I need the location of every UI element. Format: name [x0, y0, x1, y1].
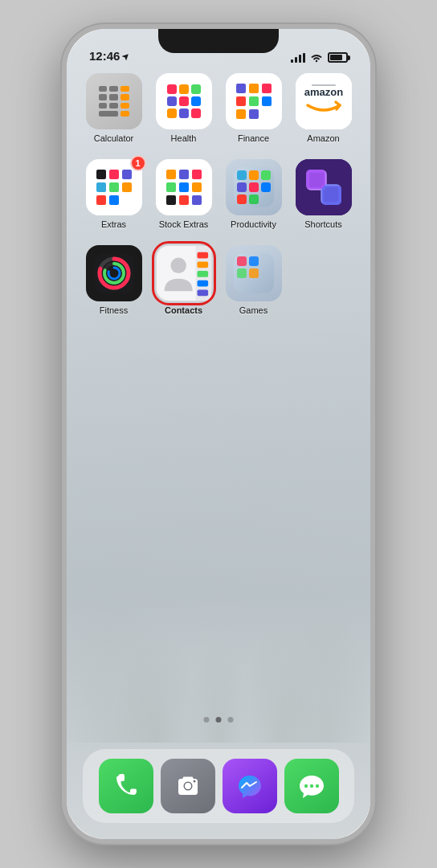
svg-rect-73 [237, 268, 247, 278]
svg-rect-23 [96, 170, 106, 179]
games-icon [226, 245, 282, 301]
health-icon [156, 73, 212, 129]
svg-point-81 [315, 784, 318, 788]
svg-rect-19 [296, 73, 352, 129]
svg-rect-36 [179, 182, 189, 192]
phone-screen: 12:46 [67, 29, 370, 839]
svg-text:amazon: amazon [304, 86, 342, 98]
svg-rect-17 [236, 109, 246, 119]
svg-rect-9 [191, 108, 201, 118]
amazon-icon: amazon [296, 73, 352, 129]
phone-app-icon [99, 759, 153, 813]
svg-rect-33 [179, 170, 189, 179]
messages-app-icon [284, 759, 339, 813]
svg-rect-46 [249, 182, 259, 192]
svg-rect-68 [197, 289, 208, 296]
phone-frame: 12:46 [62, 24, 375, 844]
app-fitness[interactable]: Fitness [83, 245, 145, 315]
svg-rect-35 [166, 182, 176, 192]
svg-point-80 [309, 784, 312, 788]
battery-icon [328, 52, 348, 63]
svg-rect-66 [197, 271, 208, 277]
app-productivity[interactable]: Productivity [223, 159, 284, 229]
page-dots [204, 717, 234, 723]
dock-phone[interactable] [99, 759, 153, 813]
status-icons [291, 52, 348, 63]
svg-rect-14 [236, 96, 246, 106]
svg-rect-16 [262, 96, 272, 106]
app-games[interactable]: Games [223, 245, 284, 315]
wallpaper-trees [67, 461, 370, 743]
svg-rect-49 [249, 194, 259, 204]
location-arrow-icon [122, 52, 130, 60]
svg-rect-43 [249, 170, 259, 180]
svg-rect-67 [197, 280, 208, 287]
app-extras[interactable]: 1 Extras [83, 159, 145, 229]
svg-rect-28 [122, 182, 132, 192]
svg-rect-7 [167, 108, 177, 118]
svg-point-77 [193, 780, 195, 783]
svg-rect-64 [197, 252, 208, 259]
svg-rect-39 [179, 195, 189, 205]
app-contacts[interactable]: Contacts [153, 245, 214, 315]
stock-extras-icon [156, 159, 212, 215]
app-amazon[interactable]: amazon Amazon [292, 73, 354, 143]
battery-fill [330, 55, 342, 60]
fitness-icon [86, 245, 142, 301]
svg-rect-42 [237, 170, 247, 180]
app-finance[interactable]: Finance [223, 73, 284, 143]
page-dot-2 [216, 717, 222, 723]
svg-rect-3 [191, 84, 201, 94]
dock-messenger[interactable] [223, 759, 277, 813]
svg-rect-71 [237, 256, 247, 266]
svg-rect-12 [249, 84, 259, 93]
svg-rect-11 [236, 84, 246, 93]
time-display: 12:46 [89, 49, 120, 63]
svg-rect-53 [306, 170, 325, 189]
svg-rect-27 [109, 182, 119, 192]
dock-messages[interactable] [284, 759, 339, 813]
camera-app-icon [161, 759, 215, 813]
wifi-icon [310, 53, 323, 63]
svg-rect-44 [261, 170, 271, 180]
svg-rect-74 [249, 268, 259, 278]
svg-rect-72 [249, 256, 259, 266]
svg-point-76 [185, 783, 191, 789]
app-label-extras: Extras [101, 219, 126, 229]
svg-rect-18 [249, 109, 259, 119]
app-label-games: Games [239, 305, 268, 315]
svg-rect-15 [249, 96, 259, 106]
contacts-icon [156, 245, 212, 301]
svg-rect-38 [166, 195, 176, 205]
messenger-app-icon [223, 759, 277, 813]
svg-rect-13 [262, 84, 272, 93]
svg-rect-8 [179, 108, 189, 118]
svg-rect-48 [237, 194, 247, 204]
app-label-calculator: Calculator [94, 133, 134, 143]
app-label-shortcuts: Shortcuts [304, 219, 341, 229]
svg-rect-30 [109, 195, 119, 205]
svg-rect-26 [96, 182, 106, 192]
app-label-finance: Finance [238, 133, 269, 143]
app-label-contacts: Contacts [165, 305, 202, 315]
svg-rect-6 [191, 96, 201, 106]
app-label-health: Health [171, 133, 197, 143]
notch [158, 29, 279, 53]
calculator-icon [86, 73, 142, 129]
status-time: 12:46 [89, 49, 130, 63]
app-calculator[interactable]: Calculator [83, 73, 145, 143]
app-health[interactable]: Health [153, 73, 214, 143]
extras-badge: 1 [130, 155, 146, 171]
app-stock-extras[interactable]: Stock Extras [153, 159, 214, 229]
svg-rect-2 [179, 84, 189, 94]
signal-icon [291, 53, 305, 63]
svg-rect-1 [167, 84, 177, 94]
extras-icon: 1 [86, 159, 142, 215]
svg-point-79 [304, 784, 307, 788]
dock-camera[interactable] [161, 759, 215, 813]
finance-icon [226, 73, 282, 129]
app-shortcuts[interactable]: Shortcuts [292, 159, 354, 229]
app-label-stock-extras: Stock Extras [159, 219, 209, 229]
svg-rect-45 [237, 182, 247, 192]
productivity-icon [226, 159, 282, 215]
